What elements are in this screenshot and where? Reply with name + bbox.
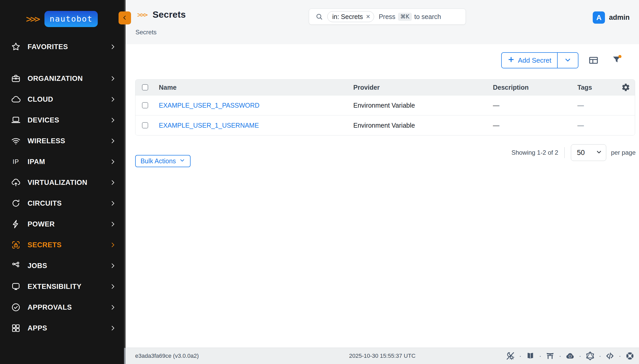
dot-separator: · xyxy=(539,353,542,359)
filter-button[interactable] xyxy=(611,54,623,66)
column-header-description[interactable]: Description xyxy=(493,84,577,91)
sidebar-item-label: IPAM xyxy=(28,158,109,166)
cloud-icon xyxy=(11,94,21,104)
sidebar-item-ipam[interactable]: IP IPAM xyxy=(0,151,124,172)
add-secret-main[interactable]: Add Secret xyxy=(502,53,557,68)
close-icon[interactable]: × xyxy=(366,13,370,20)
table-settings-button[interactable] xyxy=(621,83,630,92)
column-header-tags[interactable]: Tags xyxy=(577,84,617,91)
sidebar-item-wireless[interactable]: WIRELESS xyxy=(0,131,124,151)
column-header-provider[interactable]: Provider xyxy=(353,84,493,91)
table-row: EXAMPLE_USER_1_PASSWORD Environment Vari… xyxy=(135,95,635,115)
table-row: EXAMPLE_USER_1_USERNAME Environment Vari… xyxy=(135,115,635,135)
row-checkbox[interactable] xyxy=(142,122,148,128)
add-secret-button[interactable]: Add Secret xyxy=(501,52,578,68)
plus-icon xyxy=(507,56,515,65)
logo-chevrons-icon: >>> xyxy=(26,14,40,25)
svg-text:{}: {} xyxy=(568,355,572,358)
search-hint: Press ⌘K to search xyxy=(379,13,441,21)
sidebar-item-label: WIRELESS xyxy=(28,137,109,145)
chevron-right-icon xyxy=(109,43,116,50)
add-secret-label: Add Secret xyxy=(518,56,551,64)
title-chevrons-icon: >>> xyxy=(137,11,148,19)
api-cloud-icon[interactable]: {} xyxy=(565,350,576,361)
chevron-right-icon xyxy=(109,138,116,144)
theme-toggle-icon[interactable] xyxy=(505,350,516,361)
sidebar-item-power[interactable]: POWER xyxy=(0,214,124,235)
sidebar-item-organization[interactable]: ORGANIZATION xyxy=(0,68,124,89)
table-header-row: Name Provider Description Tags xyxy=(135,80,635,95)
graph-icon xyxy=(11,261,21,271)
sidebar-item-favorites[interactable]: FAVORITES xyxy=(0,36,124,57)
gear-icon xyxy=(621,83,630,92)
global-search-input[interactable]: in: Secrets × Press ⌘K to search xyxy=(309,9,466,25)
chevron-right-icon xyxy=(109,117,116,124)
footer: e3ada3fa69ce (v3.0.0a2) 2025-10-30 15:55… xyxy=(126,348,639,364)
page-title: Secrets xyxy=(153,9,186,20)
bulk-actions-button[interactable]: Bulk Actions xyxy=(135,155,191,167)
user-menu[interactable]: A admin xyxy=(593,11,630,24)
table-layout-button[interactable] xyxy=(588,55,599,67)
dot-separator: · xyxy=(599,353,601,359)
tags-cell: — xyxy=(577,122,617,129)
sidebar-item-jobs[interactable]: JOBS xyxy=(0,255,124,276)
server-timestamp: 2025-10-30 15:55:37 UTC xyxy=(349,348,416,364)
sidebar-item-extensibility[interactable]: EXTENSIBILITY xyxy=(0,276,124,297)
ip-icon: IP xyxy=(11,157,21,167)
scrollbar-thumb[interactable] xyxy=(124,348,126,364)
search-icon xyxy=(315,13,323,21)
briefcase-icon xyxy=(11,74,21,83)
laptop-icon xyxy=(11,115,21,125)
row-checkbox[interactable] xyxy=(142,102,148,108)
sidebar-item-label: CIRCUITS xyxy=(28,199,109,207)
chevron-right-icon xyxy=(109,179,116,186)
sidebar-collapse-button[interactable] xyxy=(119,11,131,24)
sidebar-item-label: APPROVALS xyxy=(28,303,109,311)
page-size-value: 50 xyxy=(577,149,596,157)
add-secret-dropdown[interactable] xyxy=(558,53,578,68)
code-icon[interactable] xyxy=(604,350,615,361)
secret-name-link[interactable]: EXAMPLE_USER_1_PASSWORD xyxy=(159,102,259,109)
select-all-checkbox[interactable] xyxy=(142,84,148,90)
torii-gate-icon[interactable] xyxy=(545,350,556,361)
bolt-icon xyxy=(11,219,21,229)
chevron-right-icon xyxy=(109,158,116,165)
chevron-right-icon xyxy=(109,283,116,290)
sidebar-item-cloud[interactable]: CLOUD xyxy=(0,89,124,110)
help-lifebuoy-icon[interactable] xyxy=(624,350,635,361)
search-hint-suffix: to search xyxy=(414,13,441,21)
description-cell: — xyxy=(493,122,577,129)
main-panel: Add Secret Name Provider xyxy=(126,44,639,348)
cloud-upload-icon xyxy=(11,178,21,187)
avatar[interactable]: A xyxy=(593,11,605,24)
per-page-label: per page xyxy=(611,149,636,156)
column-header-name[interactable]: Name xyxy=(159,84,353,91)
sidebar-item-label: EXTENSIBILITY xyxy=(28,283,109,291)
sidebar-scrollbar[interactable] xyxy=(124,0,126,364)
nautobot-logo[interactable]: >>> nautobot xyxy=(26,11,98,27)
sidebar-item-secrets[interactable]: SECRETS xyxy=(0,235,124,255)
user-name: admin xyxy=(609,14,630,22)
dot-separator: · xyxy=(519,353,521,359)
breadcrumb[interactable]: Secrets xyxy=(135,29,157,36)
sidebar-item-circuits[interactable]: CIRCUITS xyxy=(0,193,124,214)
secret-name-link[interactable]: EXAMPLE_USER_1_USERNAME xyxy=(159,122,259,129)
sidebar-item-approvals[interactable]: APPROVALS xyxy=(0,297,124,318)
sidebar-item-apps[interactable]: APPS xyxy=(0,318,124,339)
sidebar-item-devices[interactable]: DEVICES xyxy=(0,110,124,131)
footer-links: · · · {} · · xyxy=(505,348,635,364)
page-size-select[interactable]: 50 xyxy=(571,144,606,161)
docs-book-icon[interactable] xyxy=(525,350,536,361)
sidebar-item-label: APPS xyxy=(28,324,109,332)
check-circle-icon xyxy=(11,302,21,312)
tags-cell: — xyxy=(577,102,617,109)
sidebar: >>> nautobot FAVORITES ORGANIZATION xyxy=(0,0,126,364)
graphql-icon[interactable] xyxy=(585,350,596,361)
sidebar-item-virtualization[interactable]: VIRTUALIZATION xyxy=(0,172,124,193)
secrets-table: Name Provider Description Tags EXAMPLE_U… xyxy=(135,79,635,135)
sidebar-item-label: POWER xyxy=(28,220,109,228)
content-area: >>> Secrets Secrets in: Secrets × Press … xyxy=(126,0,639,364)
build-version: e3ada3fa69ce (v3.0.0a2) xyxy=(135,348,199,364)
search-scope-chip[interactable]: in: Secrets × xyxy=(327,11,374,22)
dot-separator: · xyxy=(559,353,561,359)
